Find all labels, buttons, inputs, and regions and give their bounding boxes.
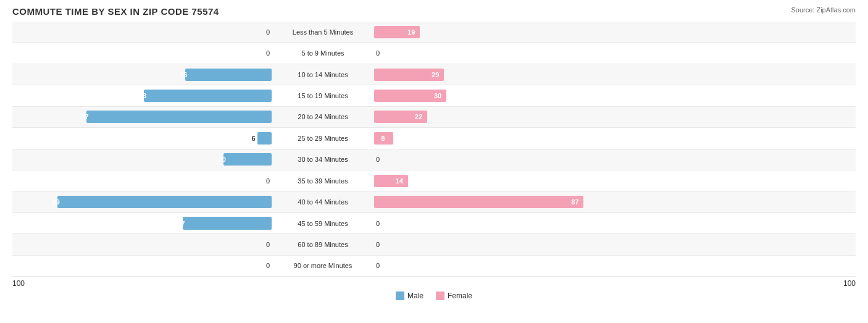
female-label: Female [448,292,472,300]
right-side: 22 [374,107,633,127]
female-value-zero: 0 [376,241,380,248]
category-label: 25 to 29 Minutes [272,135,374,142]
bars-area: 0Less than 5 Minutes1905 to 9 Minutes036… [12,22,856,277]
category-label: 15 to 19 Minutes [272,92,374,99]
male-value-zero: 0 [266,241,270,248]
male-bar [183,217,272,229]
bar-row: 2030 to 34 Minutes0 [12,149,856,170]
male-bar [144,90,272,102]
bar-row: 3745 to 59 Minutes0 [12,213,856,234]
category-label: 40 to 44 Minutes [272,198,374,206]
male-value: 53 [139,92,146,99]
chart-container: COMMUTE TIME BY SEX IN ZIP CODE 75574 So… [0,0,868,323]
category-label: 35 to 39 Minutes [272,177,374,185]
category-label: 90 or more Minutes [272,262,374,269]
right-side: 30 [374,85,633,106]
left-side: 6 [12,128,272,148]
left-side: 20 [12,149,272,170]
male-value-zero: 0 [266,177,270,185]
male-value: 20 [219,156,226,163]
male-value: 37 [177,220,185,227]
left-side: 0 [12,234,272,254]
female-value: 22 [415,113,422,120]
bar-row: 060 to 89 Minutes0 [12,234,856,255]
male-bar [57,196,272,208]
male-value: 36 [180,71,187,78]
bar-row: 625 to 29 Minutes8 [12,128,856,149]
right-side: 14 [374,170,633,191]
bar-row: 3610 to 14 Minutes29 [12,64,856,85]
left-side: 53 [12,85,272,106]
female-value-zero: 0 [376,49,380,57]
right-side: 87 [374,191,633,212]
male-value-zero: 0 [266,28,270,36]
legend-female: Female [436,292,472,300]
male-bar [257,132,272,145]
bar-row: 5315 to 19 Minutes30 [12,85,856,106]
source-label: Source: ZipAtlas.com [791,6,856,14]
male-value: 89 [52,198,60,206]
bar-row: 05 to 9 Minutes0 [12,43,856,64]
left-side: 0 [12,170,272,191]
female-value: 87 [571,198,578,206]
female-value-zero: 0 [376,262,380,269]
right-side: 0 [374,256,633,276]
female-bar [374,196,583,208]
female-value: 8 [381,135,385,142]
left-side: 77 [12,107,272,127]
axis-left-label: 100 [12,279,25,288]
bar-row: 090 or more Minutes0 [12,256,856,277]
right-side: 0 [374,234,633,254]
axis-right-label: 100 [843,279,856,288]
legend-male: Male [396,292,424,300]
chart-title: COMMUTE TIME BY SEX IN ZIP CODE 75574 [12,6,856,17]
category-label: 5 to 9 Minutes [272,49,374,57]
left-side: 0 [12,22,272,42]
right-side: 8 [374,128,633,148]
male-value-zero: 0 [266,262,270,269]
bar-row: 035 to 39 Minutes14 [12,170,856,191]
female-value-zero: 0 [376,220,380,227]
left-side: 89 [12,191,272,212]
bar-row: 0Less than 5 Minutes19 [12,22,856,43]
category-label: 20 to 24 Minutes [272,113,374,120]
female-value: 30 [434,92,441,99]
right-side: 29 [374,64,633,85]
right-side: 0 [374,43,633,63]
male-value: 6 [251,135,255,142]
left-side: 36 [12,64,272,85]
bar-row: 8940 to 44 Minutes87 [12,191,856,212]
male-value: 77 [81,113,88,120]
bar-row: 7720 to 24 Minutes22 [12,107,856,128]
right-side: 19 [374,22,633,42]
category-label: 10 to 14 Minutes [272,71,374,78]
category-label: 45 to 59 Minutes [272,220,374,227]
right-side: 0 [374,149,633,170]
male-value-zero: 0 [266,49,270,57]
legend: Male Female [12,292,856,300]
left-side: 37 [12,213,272,233]
female-swatch [436,292,444,300]
male-bar [185,69,272,81]
male-label: Male [407,292,424,300]
female-value: 14 [396,177,403,185]
axis-labels: 100100 [12,278,856,289]
right-side: 0 [374,213,633,233]
male-bar [223,153,272,166]
male-swatch [396,292,404,300]
male-bar [86,111,272,123]
left-side: 0 [12,256,272,276]
female-value-zero: 0 [376,156,380,163]
category-label: Less than 5 Minutes [272,28,374,36]
left-side: 0 [12,43,272,63]
category-label: 30 to 34 Minutes [272,156,374,163]
female-value: 29 [432,71,439,78]
female-value: 19 [407,28,415,36]
category-label: 60 to 89 Minutes [272,241,374,248]
